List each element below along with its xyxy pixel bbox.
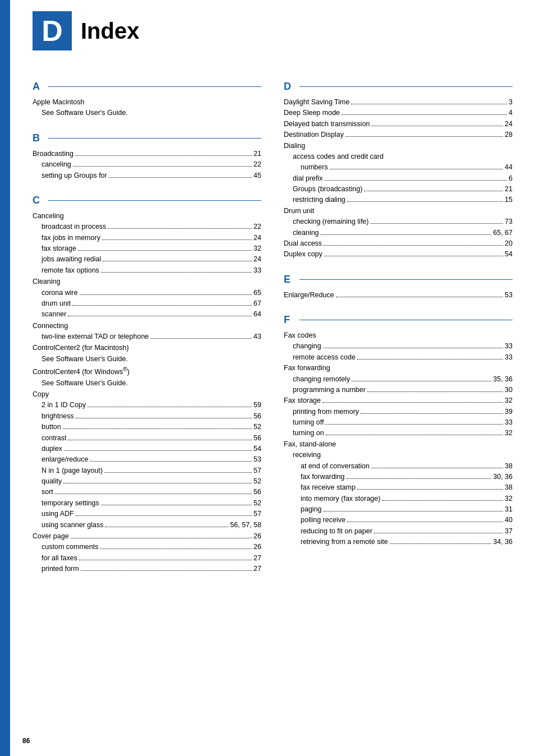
section-f-header: F: [284, 314, 513, 326]
section-line-b: [48, 138, 261, 139]
section-a-header: A: [33, 81, 261, 93]
list-item: ControlCenter4 (for Windows®) See Softwa…: [33, 365, 261, 389]
chapter-letter: D: [41, 16, 63, 45]
section-line-c: [48, 200, 261, 201]
page-number: 86: [22, 737, 30, 745]
section-letter-e: E: [284, 274, 295, 285]
section-e-header: E: [284, 274, 513, 285]
section-d-header: D: [284, 81, 513, 93]
section-line-d: [299, 86, 513, 87]
entry-see-software: See Software User's Guide.: [33, 108, 261, 118]
list-item: Canceling broadcast in process 22 fax jo…: [33, 211, 261, 276]
right-column: D Daylight Saving Time 3 Deep Sleep mode…: [273, 67, 513, 575]
list-item: Cover page 26 custom comments 26 for all…: [33, 531, 261, 575]
list-item: Fax codes changing 33 remote access code…: [284, 330, 513, 548]
section-line-a: [48, 86, 261, 87]
list-item: Cleaning corona wire 65 drum unit 67 sca…: [33, 276, 261, 320]
section-letter-f: F: [284, 314, 295, 326]
section-line-e: [299, 279, 513, 280]
list-item: Apple Macintosh See Software User's Guid…: [33, 97, 261, 119]
list-item: ControlCenter2 (for Macintosh) See Softw…: [33, 343, 261, 365]
section-letter-c: C: [33, 195, 44, 206]
header: D Index: [10, 0, 535, 62]
main-content: A Apple Macintosh See Software User's Gu…: [10, 62, 535, 592]
list-item: Enlarge/Reduce 53: [284, 290, 513, 301]
page-title: Index: [81, 19, 139, 44]
left-column: A Apple Macintosh See Software User's Gu…: [33, 67, 273, 575]
section-letter-a: A: [33, 81, 44, 93]
list-item: Daylight Saving Time 3 Deep Sleep mode 4…: [284, 97, 513, 260]
section-c-header: C: [33, 195, 261, 206]
chapter-letter-box: D: [33, 11, 72, 50]
page: D Index A Apple Macintosh See Software U…: [0, 0, 535, 756]
section-letter-b: B: [33, 132, 44, 144]
blue-sidebar: [0, 0, 10, 756]
entry-apple-macintosh: Apple Macintosh: [33, 97, 261, 108]
section-b-header: B: [33, 132, 261, 144]
list-item: Copy 2 in 1 ID Copy 59 brightness 56 but…: [33, 389, 261, 531]
list-item: Connecting two-line external TAD or tele…: [33, 321, 261, 343]
section-letter-d: D: [284, 81, 295, 93]
list-item: Broadcasting 21 canceling 22 setting up …: [33, 149, 261, 181]
section-line-f: [299, 320, 513, 320]
